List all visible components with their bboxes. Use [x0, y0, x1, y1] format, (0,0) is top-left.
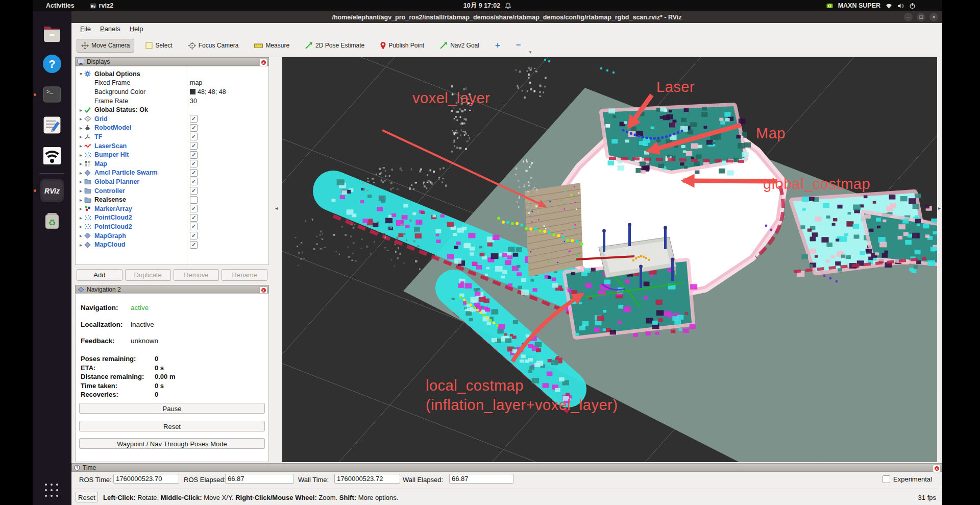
tool-publish-point[interactable]: Publish Point: [376, 39, 429, 53]
expander-icon[interactable]: ▸: [78, 188, 84, 194]
expander-icon[interactable]: ▸: [78, 242, 84, 248]
right-panel-collapse-handle[interactable]: ▸: [938, 205, 941, 211]
enabled-checkbox[interactable]: ✓: [190, 241, 198, 249]
displays-tree[interactable]: ▾Global OptionsFixed FramemapBackground …: [75, 66, 269, 265]
enabled-checkbox[interactable]: ✓: [190, 223, 198, 230]
terminal-dock-item[interactable]: >_: [40, 83, 64, 106]
display-row-pointcloud2[interactable]: ▸PointCloud2✓: [76, 213, 268, 223]
expander-icon[interactable]: ▸: [78, 143, 84, 149]
close-button[interactable]: ×: [929, 13, 938, 21]
experimental-checkbox[interactable]: [883, 475, 890, 483]
tool-move-camera[interactable]: Move Camera: [77, 39, 134, 53]
expander-icon[interactable]: ▾: [78, 71, 84, 77]
menu-panels[interactable]: Panels: [95, 25, 125, 33]
clock-menu[interactable]: 10月 9 17:02: [463, 2, 511, 10]
enabled-checkbox[interactable]: ✓: [190, 115, 198, 123]
tool-add-tool[interactable]: +: [491, 37, 505, 54]
enabled-checkbox[interactable]: ✓: [190, 133, 198, 140]
add-display-button[interactable]: Add: [77, 269, 122, 281]
tool-measure[interactable]: Measure: [250, 39, 294, 52]
display-row-background-color[interactable]: Background Color48; 48; 48: [76, 87, 268, 97]
enabled-checkbox[interactable]: ✓: [190, 160, 198, 167]
ros-time-input[interactable]: [113, 474, 179, 484]
expander-icon[interactable]: ▸: [78, 116, 84, 122]
display-row-mapgraph[interactable]: ▸MapGraph✓: [76, 231, 268, 241]
expander-icon[interactable]: ▸: [78, 179, 84, 184]
expander-icon[interactable]: ▸: [78, 107, 84, 113]
display-row-frame-rate[interactable]: Frame Rate30: [76, 97, 268, 106]
trash-dock-item[interactable]: ♻: [40, 209, 64, 233]
display-row-robotmodel[interactable]: ▸RobotModel✓: [76, 124, 268, 133]
expander-icon[interactable]: ▸: [78, 206, 84, 211]
display-row-global-options[interactable]: ▾Global Options: [76, 69, 268, 79]
display-row-amcl-particle-swarm[interactable]: ▸Amcl Particle Swarm✓: [76, 169, 268, 178]
enabled-checkbox[interactable]: [190, 196, 198, 204]
focused-app-indicator[interactable]: Rv rviz2: [90, 2, 114, 9]
waypoint-nav-button[interactable]: Waypoint / Nav Through Poses Mode: [79, 438, 265, 449]
app-grid-icon[interactable]: [45, 484, 59, 498]
enabled-checkbox[interactable]: ✓: [190, 142, 198, 150]
property-value[interactable]: map: [190, 79, 202, 86]
enabled-checkbox[interactable]: ✓: [190, 232, 198, 239]
enabled-checkbox[interactable]: ✓: [190, 151, 198, 159]
display-row-fixed-frame[interactable]: Fixed Framemap: [76, 79, 268, 88]
display-row-tf[interactable]: ▸TF✓: [76, 132, 268, 141]
wall-time-input[interactable]: [334, 474, 400, 484]
tool-nav2-goal[interactable]: Nav2 Goal: [435, 39, 484, 52]
files-dock-item[interactable]: [40, 21, 64, 45]
display-row-controller[interactable]: ▸Controller✓: [76, 186, 268, 196]
rename-display-button[interactable]: Rename: [222, 269, 267, 281]
expander-icon[interactable]: ▸: [78, 125, 84, 131]
rviz-dock-item[interactable]: RViz: [40, 179, 64, 202]
display-row-grid[interactable]: ▸Grid✓: [76, 114, 268, 124]
help-dock-item[interactable]: ?: [40, 52, 64, 76]
remove-display-button[interactable]: Remove: [174, 269, 219, 281]
display-row-pointcloud2[interactable]: ▸PointCloud2✓: [76, 222, 268, 231]
display-row-markerarray[interactable]: ▸MarkerArray✓: [76, 204, 268, 213]
activities-button[interactable]: Activities: [46, 2, 75, 9]
expander-icon[interactable]: ▸: [78, 161, 84, 166]
display-row-realsense[interactable]: ▸Realsense: [76, 195, 268, 204]
tool-focus-camera[interactable]: Focus Camera: [184, 39, 243, 53]
enabled-checkbox[interactable]: ✓: [190, 205, 198, 212]
expander-icon[interactable]: ▸: [78, 233, 84, 238]
tool-2d-pose-estimate[interactable]: 2D Pose Estimate: [301, 39, 369, 52]
wifi-analyzer-dock-item[interactable]: [40, 144, 64, 167]
ros-elapsed-input[interactable]: [225, 474, 294, 484]
minimize-button[interactable]: −: [904, 13, 913, 21]
duplicate-display-button[interactable]: Duplicate: [125, 269, 171, 281]
display-row-laserscan[interactable]: ▸LaserScan✓: [76, 141, 268, 151]
display-row-global-planner[interactable]: ▸Global Planner✓: [76, 177, 268, 186]
menu-help[interactable]: Help: [125, 25, 148, 33]
menu-file[interactable]: File: [76, 25, 95, 33]
enabled-checkbox[interactable]: ✓: [190, 187, 198, 195]
display-row-map[interactable]: ▸Map✓: [76, 159, 268, 169]
displays-panel-header[interactable]: Displays x: [75, 57, 269, 66]
reset-view-button[interactable]: Reset: [76, 492, 98, 502]
enabled-checkbox[interactable]: ✓: [190, 169, 198, 177]
expander-icon[interactable]: ▸: [78, 170, 84, 176]
system-status-area[interactable]: MAXN SUPER: [826, 2, 916, 9]
left-panel-collapse-handle[interactable]: ◂: [275, 205, 278, 211]
displays-close-button[interactable]: x: [259, 59, 267, 66]
3d-viewport[interactable]: voxel_layer Laser Map global_costmap loc…: [282, 57, 937, 462]
expander-icon[interactable]: ▸: [78, 152, 84, 158]
title-bar[interactable]: /home/elephant/agv_pro_ros2/install/rtab…: [71, 11, 942, 23]
expander-icon[interactable]: ▸: [78, 134, 84, 139]
property-value[interactable]: 30: [190, 98, 197, 105]
navigation2-panel-header[interactable]: Navigation 2 x: [75, 285, 269, 294]
tool-remove-tool[interactable]: −: [511, 37, 526, 54]
expander-icon[interactable]: ▸: [78, 215, 84, 221]
text-editor-dock-item[interactable]: [40, 113, 64, 137]
enabled-checkbox[interactable]: ✓: [190, 214, 198, 222]
reset-nav-button[interactable]: Reset: [79, 421, 265, 431]
tool-select[interactable]: Select: [141, 39, 177, 52]
pause-nav-button[interactable]: Pause: [79, 403, 265, 414]
display-row-bumper-hit[interactable]: ▸Bumper Hit✓: [76, 150, 268, 159]
wall-elapsed-input[interactable]: [449, 474, 513, 484]
enabled-checkbox[interactable]: ✓: [190, 124, 198, 132]
time-panel-header[interactable]: Time x: [71, 463, 942, 472]
display-row-global-status-ok[interactable]: ▸Global Status: Ok: [76, 105, 268, 114]
expander-icon[interactable]: ▸: [78, 224, 84, 229]
expander-icon[interactable]: ▸: [78, 197, 84, 203]
